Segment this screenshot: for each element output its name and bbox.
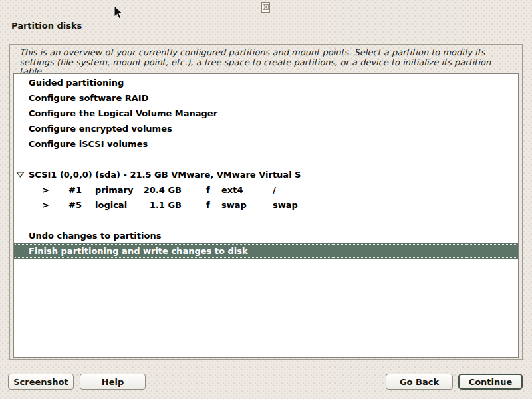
partition-list[interactable]: Guided partitioning Configure software R… <box>13 73 519 358</box>
partition-size: 1.1 GB <box>127 198 182 213</box>
list-item[interactable]: Guided partitioning <box>14 75 518 90</box>
list-item-label: Undo changes to partitions <box>29 228 161 243</box>
list-item-label: Configure the Logical Volume Manager <box>29 106 217 121</box>
list-item-label: Configure software RAID <box>29 90 148 106</box>
continue-button[interactable]: Continue <box>458 374 523 390</box>
list-item[interactable]: Configure the Logical Volume Manager <box>14 106 518 121</box>
main-content-frame: This is an overview of your currently co… <box>9 44 523 360</box>
list-item-label: Configure iSCSI volumes <box>29 136 148 152</box>
list-item-label: Configure encrypted volumes <box>29 121 172 136</box>
go-back-button[interactable]: Go Back <box>386 374 453 390</box>
partition-marker-icon: > <box>42 198 49 213</box>
list-item[interactable]: Undo changes to partitions <box>14 228 518 243</box>
partition-format-flag: f <box>206 182 210 198</box>
screenshot-button[interactable]: Screenshot <box>8 374 74 390</box>
list-item[interactable]: Configure software RAID <box>14 90 518 106</box>
screen-description: This is an overview of your currently co… <box>19 48 511 77</box>
list-blank-row[interactable] <box>14 213 518 228</box>
partition-size: 20.4 GB <box>127 182 182 198</box>
list-item[interactable]: Configure encrypted volumes <box>14 121 518 136</box>
partition-number: #1 <box>68 182 82 198</box>
partition-mount-point: / <box>273 182 276 198</box>
button-bar: Screenshot Help Go Back Continue <box>0 374 532 391</box>
partition-mount-point: swap <box>273 198 298 213</box>
list-item-selected[interactable]: Finish partitioning and write changes to… <box>14 243 518 259</box>
device-label: SCSI1 (0,0,0) (sda) - 21.5 GB VMware, VM… <box>29 167 301 182</box>
partition-filesystem: ext4 <box>221 182 243 198</box>
partition-marker-icon: > <box>42 182 49 198</box>
list-item-label: Finish partitioning and write changes to… <box>29 243 248 259</box>
partition-number: #5 <box>68 198 82 213</box>
mouse-cursor-icon <box>114 5 123 19</box>
partition-type: logical <box>95 198 127 213</box>
page-title: Partition disks <box>11 21 82 31</box>
partition-row[interactable]: > #1 primary 20.4 GB f ext4 / <box>14 182 518 198</box>
partition-row[interactable]: > #5 logical 1.1 GB f swap swap <box>14 198 518 213</box>
list-item[interactable]: Configure iSCSI volumes <box>14 136 518 152</box>
installer-logo-icon <box>260 1 271 14</box>
expander-triangle-icon[interactable] <box>16 171 25 178</box>
list-item-label: Guided partitioning <box>29 75 124 90</box>
device-row[interactable]: SCSI1 (0,0,0) (sda) - 21.5 GB VMware, VM… <box>14 167 518 182</box>
help-button[interactable]: Help <box>80 374 146 390</box>
partition-format-flag: f <box>206 198 210 213</box>
partition-filesystem: swap <box>221 198 247 213</box>
list-blank-row[interactable] <box>14 152 518 167</box>
